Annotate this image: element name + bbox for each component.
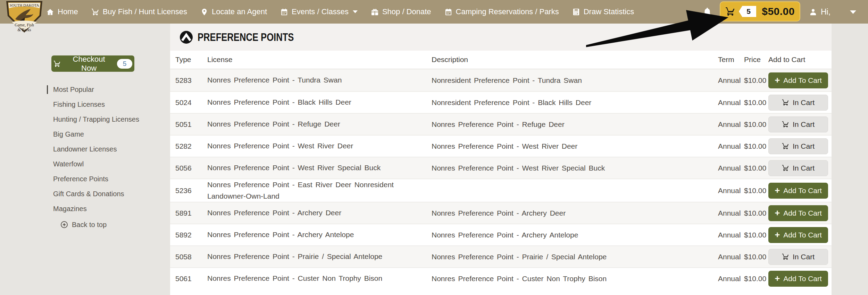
cal-icon xyxy=(444,8,452,16)
add-to-cart-button[interactable]: + Add To Cart xyxy=(768,72,828,88)
row-price: $10.00 xyxy=(744,253,768,261)
row-type: 5058 xyxy=(175,253,207,261)
in-cart-button[interactable]: In Cart xyxy=(768,160,828,176)
row-description: Nonresident Preference Point - Tundra Sw… xyxy=(432,76,718,85)
add-to-cart-button[interactable]: + Add To Cart xyxy=(768,205,828,221)
back-to-top-label: Back to top xyxy=(72,221,107,229)
plus-icon: + xyxy=(775,76,780,85)
row-term: Annual xyxy=(718,76,744,85)
checkout-label: Checkout Now xyxy=(65,55,113,73)
sidebar-item-label: Preference Points xyxy=(53,175,108,183)
row-term: Annual xyxy=(718,253,744,261)
nav-item-buy-fish-hunt-licenses[interactable]: Buy Fish / Hunt Licenses xyxy=(91,7,187,16)
sidebar-item-label: Most Popular xyxy=(53,86,94,93)
sidebar-item-label: Fishing Licenses xyxy=(53,101,105,108)
sidebar-item-label: Waterfowl xyxy=(53,160,84,168)
cart-count-badge: 5 xyxy=(739,6,756,17)
row-description: Nonres Preference Point - Prairie / Spec… xyxy=(432,253,718,261)
sidebar-item-big-game[interactable]: Big Game xyxy=(47,127,168,142)
sidebar-item-preference-points[interactable]: Preference Points xyxy=(47,172,168,186)
table-row: 5282 Nonres Preference Point - West Rive… xyxy=(170,135,832,157)
row-license: Nonres Preference Point - Custer Non Tro… xyxy=(207,273,432,284)
back-to-top-link[interactable]: Back to top xyxy=(47,216,168,232)
row-type: 5236 xyxy=(175,186,207,195)
south-dakota-gfp-logo[interactable]: SOUTH DAKOTA Game, Fish & Parks xyxy=(5,0,44,33)
nav-item-draw-statistics[interactable]: Draw Statistics xyxy=(572,7,634,16)
pin-icon xyxy=(200,8,208,16)
row-price: $10.00 xyxy=(744,209,768,217)
row-type: 5282 xyxy=(175,142,207,150)
cal-icon xyxy=(280,8,288,16)
cart-icon xyxy=(782,142,789,150)
row-price: $10.00 xyxy=(744,98,768,107)
cart-icon xyxy=(782,99,789,106)
user-greeting[interactable]: Hi, xyxy=(809,0,831,24)
row-description: Nonres Preference Point - Archery Antelo… xyxy=(432,231,718,239)
row-license: Nonres Preference Point - Tundra Swan xyxy=(207,75,432,86)
col-header-term: Term xyxy=(718,55,744,64)
nav-item-locate-an-agent[interactable]: Locate an Agent xyxy=(200,7,267,16)
cart-summary-button[interactable]: 5 $50.00 xyxy=(720,1,800,21)
row-license: Nonres Preference Point - West River Dee… xyxy=(207,140,432,152)
notifications-bell-icon[interactable] xyxy=(702,7,712,18)
row-type: 5891 xyxy=(175,209,207,217)
nav-item-camping-reservations-parks[interactable]: Camping Reservations / Parks xyxy=(444,7,559,16)
row-term: Annual xyxy=(718,120,744,129)
in-cart-button[interactable]: In Cart xyxy=(768,138,828,154)
add-to-cart-button[interactable]: + Add To Cart xyxy=(768,183,828,199)
sidebar-item-gift-cards-donations[interactable]: Gift Cards & Donations xyxy=(47,186,168,201)
table-row: 5892 Nonres Preference Point - Archery A… xyxy=(170,224,832,245)
sidebar-item-landowner-licenses[interactable]: Landowner Licenses xyxy=(47,142,168,157)
checkout-now-button[interactable]: Checkout Now 5 xyxy=(51,55,134,72)
cart-icon xyxy=(782,164,789,172)
row-license: Nonres Preference Point - Archery Antelo… xyxy=(207,229,432,241)
gift-icon xyxy=(371,8,379,16)
home-icon xyxy=(46,8,54,16)
nav-item-home[interactable]: Home xyxy=(46,7,78,16)
nav-item-events-classes[interactable]: Events / Classes xyxy=(280,7,358,16)
sidebar-item-hunting-trapping-licenses[interactable]: Hunting / Trapping Licenses xyxy=(47,112,168,127)
col-header-price: Price xyxy=(744,55,768,64)
row-description: Nonres Preference Point - Refuge Deer xyxy=(432,120,718,129)
row-price: $10.00 xyxy=(744,164,768,172)
sidebar-item-magazines[interactable]: Magazines xyxy=(47,201,168,216)
table-row: 5061 Nonres Preference Point - Custer No… xyxy=(170,267,832,289)
col-header-description: Description xyxy=(432,55,718,64)
add-to-cart-button[interactable]: + Add To Cart xyxy=(768,271,828,287)
sidebar-item-label: Gift Cards & Donations xyxy=(53,190,124,198)
logo-bottom-text2: & Parks xyxy=(18,27,31,32)
user-menu-chevron-down-icon[interactable] xyxy=(850,10,856,14)
row-description: Nonres Preference Point - Custer Non Tro… xyxy=(432,275,718,283)
row-license: Nonres Preference Point - Refuge Deer xyxy=(207,119,432,130)
in-cart-button[interactable]: In Cart xyxy=(768,249,828,265)
row-term: Annual xyxy=(718,209,744,217)
sidebar-item-fishing-licenses[interactable]: Fishing Licenses xyxy=(47,97,168,112)
chevron-down-icon xyxy=(353,10,358,13)
person-icon xyxy=(809,8,817,16)
category-sidebar: Most Popular Fishing Licenses Hunting / … xyxy=(47,82,168,232)
logo-top-text: SOUTH DAKOTA xyxy=(10,3,39,7)
add-to-cart-button[interactable]: + Add To Cart xyxy=(768,227,828,243)
nav-item-label: Camping Reservations / Parks xyxy=(456,7,559,16)
sidebar-item-label: Hunting / Trapping Licenses xyxy=(53,115,139,123)
in-cart-button[interactable]: In Cart xyxy=(768,116,828,132)
in-cart-button[interactable]: In Cart xyxy=(768,95,828,111)
table-row: 5056 Nonres Preference Point - West Rive… xyxy=(170,157,832,179)
sidebar-item-most-popular[interactable]: Most Popular xyxy=(47,82,168,97)
row-type: 5283 xyxy=(175,76,207,85)
nav-item-shop-donate[interactable]: Shop / Donate xyxy=(371,7,431,16)
sidebar-item-label: Landowner Licenses xyxy=(53,145,117,153)
cart-icon xyxy=(782,121,789,128)
row-license: Nonres Preference Point - West River Spe… xyxy=(207,162,432,174)
row-term: Annual xyxy=(718,231,744,239)
sidebar-item-waterfowl[interactable]: Waterfowl xyxy=(47,157,168,172)
row-term: Annual xyxy=(718,142,744,150)
plus-icon: + xyxy=(775,230,780,239)
cart-total: $50.00 xyxy=(762,6,795,17)
row-price: $10.00 xyxy=(744,275,768,283)
greeting-label: Hi, xyxy=(821,7,831,17)
table-header-row: Type License Description Term Price Add … xyxy=(170,51,832,69)
table-row: 5051 Nonres Preference Point - Refuge De… xyxy=(170,113,832,135)
row-price: $10.00 xyxy=(744,120,768,129)
top-navbar: Home Buy Fish / Hunt Licenses Locate an … xyxy=(0,0,868,24)
